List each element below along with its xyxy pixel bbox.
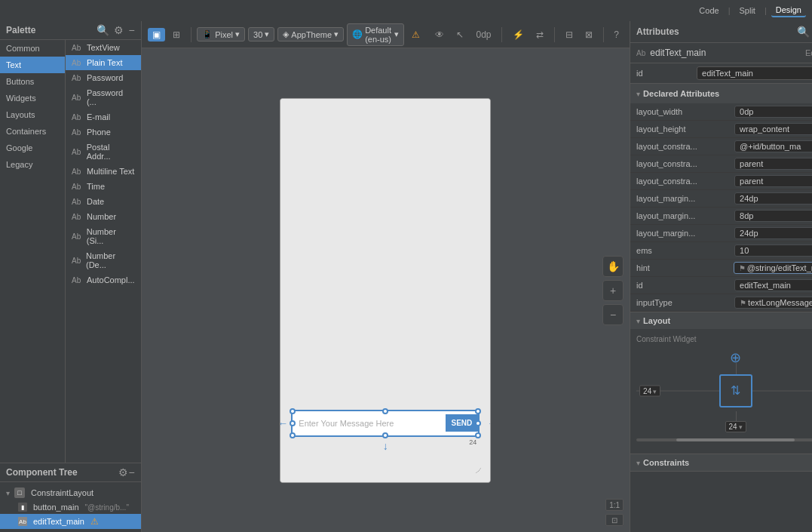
palette-item-date[interactable]: Ab Date xyxy=(66,194,141,209)
device-selector[interactable]: 📱 Pixel xyxy=(197,27,245,42)
category-legacy[interactable]: Legacy xyxy=(0,156,65,173)
declared-section-title: Declared Attributes xyxy=(643,89,812,98)
attr-value-constra-3[interactable]: parent xyxy=(734,175,812,187)
edit-text-widget[interactable]: ← → Enter Your Message Here SEND xyxy=(291,410,480,437)
constraint-bottom-value[interactable]: 24 ▾ xyxy=(725,421,746,432)
help-btn[interactable]: ? xyxy=(609,28,624,42)
attr-id-input[interactable] xyxy=(697,66,812,80)
palette-item-number-si[interactable]: Ab Number (Si... xyxy=(66,224,141,248)
zoom-out-btn[interactable]: − xyxy=(602,304,624,325)
design-view-btn[interactable]: ▣ xyxy=(148,28,165,42)
palette-item-number[interactable]: Ab Number xyxy=(66,209,141,224)
constraints-btn[interactable]: 0dp xyxy=(471,28,495,42)
send-button[interactable]: SEND xyxy=(446,414,479,432)
handle-bm[interactable] xyxy=(382,432,388,438)
attr-value-margin-1[interactable]: 24dp xyxy=(734,192,812,204)
split-button[interactable]: Split xyxy=(734,5,759,17)
tree-settings-icon[interactable]: ⚙ xyxy=(118,466,128,478)
bidir-btn[interactable]: ⇄ xyxy=(532,28,548,42)
zoom-1to1-btn[interactable]: 1:1 xyxy=(605,499,624,511)
locale-selector[interactable]: 🌐 Default (en-us) xyxy=(347,23,404,46)
palette-item-plaintext[interactable]: Ab Plain Text xyxy=(66,55,141,70)
declared-chevron: ▾ xyxy=(636,90,640,98)
constraints-section: ▾ Constraints xyxy=(630,454,812,472)
warning-toolbar-icon[interactable]: ⚠ xyxy=(407,28,424,42)
constraint-scroll-bar[interactable] xyxy=(636,438,812,441)
category-google[interactable]: Google xyxy=(0,140,65,156)
palette-item-time[interactable]: Ab Time xyxy=(66,179,141,194)
palette-item-multiline[interactable]: Ab Multiline Text xyxy=(66,164,141,179)
palette-item-password-num[interactable]: Ab Password (... xyxy=(66,85,141,109)
handle-bl[interactable] xyxy=(290,432,296,438)
attr-value-constra-1[interactable]: @+id/button_ma xyxy=(734,140,812,152)
handle-br[interactable] xyxy=(475,432,481,438)
attr-search-icon[interactable]: 🔍 xyxy=(797,26,810,38)
layout-btn[interactable]: ⊟ xyxy=(561,28,578,42)
palette-item-phone[interactable]: Ab Phone xyxy=(66,125,141,140)
handle-tm[interactable] xyxy=(382,408,388,414)
palette-item-postal[interactable]: Ab Postal Addr... xyxy=(66,140,141,164)
category-layouts[interactable]: Layouts xyxy=(0,106,65,123)
palette-item-label: Number xyxy=(87,212,116,221)
tree-item-label: ConstraintLayout xyxy=(31,488,93,497)
palette-search-icon[interactable]: 🔍 xyxy=(97,24,109,36)
palette-item-autocompl[interactable]: Ab AutoCompl... xyxy=(66,272,141,288)
palette-item-label: AutoCompl... xyxy=(87,275,135,284)
api-label: 30 xyxy=(253,30,262,39)
layout-chevron: ▾ xyxy=(636,317,640,325)
attr-value-ems[interactable]: 10 xyxy=(734,244,812,257)
edit-text-placeholder: Enter Your Message Here xyxy=(293,419,445,428)
resize-gripper[interactable]: ⟋ xyxy=(473,464,484,476)
eye-icon[interactable]: 👁 xyxy=(431,28,449,42)
category-text[interactable]: Text xyxy=(0,57,65,73)
tree-item-constraint[interactable]: ▾ □ ConstraintLayout xyxy=(0,485,141,500)
zoom-fit-btn[interactable]: ⊡ xyxy=(605,514,624,526)
palette-item-textview[interactable]: Ab TextView xyxy=(66,40,141,55)
category-buttons[interactable]: Buttons xyxy=(0,73,65,90)
handle-ml[interactable] xyxy=(290,420,296,426)
handle-tr[interactable] xyxy=(475,408,481,414)
code-button[interactable]: Code xyxy=(694,5,723,17)
email-icon: Ab xyxy=(72,113,84,121)
design-button[interactable]: Design xyxy=(771,4,806,17)
layout-section-header[interactable]: ▾ Layout xyxy=(630,312,812,329)
theme-selector[interactable]: ◈ AppTheme xyxy=(277,27,344,42)
constraint-left-number: 24 xyxy=(643,387,651,395)
constraints-section-header[interactable]: ▾ Constraints xyxy=(630,454,812,471)
tree-item-button-main[interactable]: ▮ button_main "@string/b..." xyxy=(0,500,141,514)
handle-mr[interactable] xyxy=(475,420,481,426)
attr-value-hint[interactable]: ⚑ @string/editText_ma xyxy=(734,262,812,274)
palette-minimize-icon[interactable]: − xyxy=(128,24,134,36)
palette-item-password[interactable]: Ab Password xyxy=(66,70,141,85)
palette-item-number-de[interactable]: Ab Number (De... xyxy=(66,248,141,272)
tree-minimize-icon[interactable]: − xyxy=(128,466,134,478)
zoom-in-btn[interactable]: + xyxy=(602,280,624,301)
attr-value-layout-width[interactable]: 0dp xyxy=(734,106,812,118)
category-widgets[interactable]: Widgets xyxy=(0,90,65,106)
declared-section-header[interactable]: ▾ Declared Attributes + − xyxy=(630,84,812,103)
category-common[interactable]: Common xyxy=(0,40,65,57)
constraint-layout-icon: □ xyxy=(14,487,25,498)
attributes-scroll[interactable]: ▾ Declared Attributes + − layout_width 0… xyxy=(630,84,812,532)
cursor-icon[interactable]: ↖ xyxy=(452,28,468,42)
tree-item-edittext-main[interactable]: Ab editText_main ⚠ xyxy=(0,514,141,529)
attr-value-id[interactable]: editText_main xyxy=(734,279,812,291)
blueprint-btn[interactable]: ⊞ xyxy=(168,28,185,42)
constraints-chevron: ▾ xyxy=(636,459,640,467)
align-btn[interactable]: ⊠ xyxy=(581,28,597,42)
constraint-left-value[interactable]: 24 ▾ xyxy=(639,386,660,397)
magnet-btn[interactable]: ⚡ xyxy=(508,28,529,42)
api-selector[interactable]: 30 xyxy=(248,27,274,42)
component-tree-panel: Component Tree ⚙ − ▾ □ ConstraintLayout … xyxy=(0,463,141,532)
attr-value-input-type[interactable]: ⚑ textLongMessage xyxy=(734,297,812,309)
attr-value-layout-height[interactable]: wrap_content xyxy=(734,123,812,135)
attr-value-margin-3[interactable]: 24dp xyxy=(734,227,812,239)
attr-value-constra-2[interactable]: parent xyxy=(734,158,812,170)
palette-settings-icon[interactable]: ⚙ xyxy=(114,24,124,36)
attr-label-layout-width: layout_width xyxy=(636,107,734,116)
palette-item-email[interactable]: Ab E-mail xyxy=(66,109,141,125)
category-containers[interactable]: Containers xyxy=(0,123,65,140)
hand-tool-btn[interactable]: ✋ xyxy=(602,256,624,277)
handle-tl[interactable] xyxy=(290,408,296,414)
attr-value-margin-2[interactable]: 8dp xyxy=(734,210,812,222)
